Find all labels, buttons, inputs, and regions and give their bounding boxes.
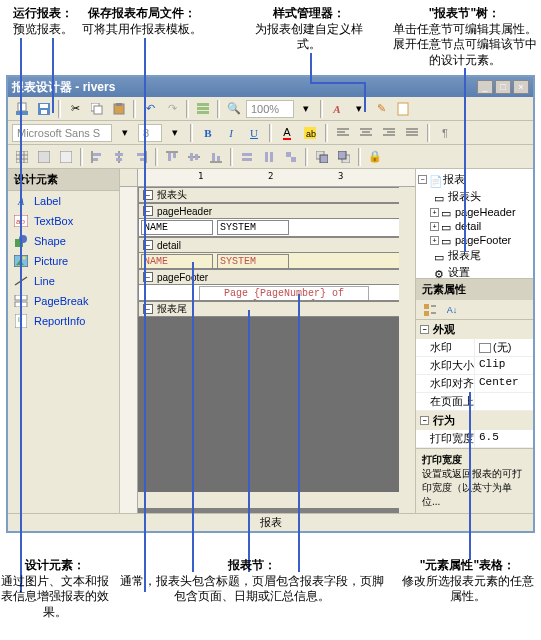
align-right-obj-button[interactable] [131,147,151,167]
expand-icon[interactable]: + [430,208,439,217]
styles-button[interactable]: ✎ [371,99,391,119]
categorized-button[interactable] [420,300,440,320]
scrollbar-horizontal[interactable] [138,492,415,508]
zoom-dropdown[interactable]: ▾ [296,99,316,119]
tool-picture[interactable]: Picture [8,251,119,271]
run-report-button[interactable] [12,99,32,119]
field-name-label[interactable]: NAME [141,220,213,235]
bring-front-button[interactable] [312,147,332,167]
align-bottom-obj-button[interactable] [206,147,226,167]
section-header-reporthead[interactable]: −报表头 [138,187,415,203]
paste-button[interactable] [109,99,129,119]
bg-button[interactable] [56,147,76,167]
same-size-button[interactable] [281,147,301,167]
section-header-reporttail[interactable]: −报表尾 [138,301,415,317]
detail-body[interactable]: NAME SYSTEM [138,253,415,269]
dropdown-icon[interactable]: ▾ [115,123,135,143]
tool-shape[interactable]: Shape [8,231,119,251]
svg-rect-57 [291,157,296,162]
font-color-button[interactable]: A [277,123,297,143]
tree-node-pagefooter[interactable]: +▭pageFooter [418,233,531,247]
tool-label[interactable]: ALabel [8,191,119,211]
copy-button[interactable] [87,99,107,119]
collapse-icon[interactable]: − [420,325,429,334]
prop-value[interactable]: Center [474,375,533,392]
tree-node-pageheader[interactable]: +▭pageHeader [418,205,531,219]
tree-node-reporttail[interactable]: ▭报表尾 [418,247,531,264]
field-name-textbox[interactable]: NAME [141,254,213,269]
tree-node-reporthead[interactable]: ▭报表头 [418,188,531,205]
highlight-button[interactable]: ab [300,123,320,143]
field-system-label[interactable]: SYSTEM [217,220,289,235]
send-back-button[interactable] [334,147,354,167]
collapse-icon[interactable]: − [420,416,429,425]
tool-line[interactable]: Line [8,271,119,291]
dropdown-icon[interactable]: ▾ [165,123,185,143]
prop-value[interactable]: 6.5 [474,430,533,447]
expand-icon[interactable]: + [430,222,439,231]
tool-textbox[interactable]: abTextBox [8,211,119,231]
maximize-button[interactable]: □ [495,80,511,94]
reorder-button[interactable] [193,99,213,119]
expand-icon[interactable]: + [430,236,439,245]
prop-watermark[interactable]: 水印(无) [416,339,533,357]
same-width-button[interactable] [237,147,257,167]
callout-sections: 报表节： 通常，报表头包含标题，页眉包含报表字段，页脚包含页面、日期或汇总信息。 [114,558,389,605]
zoom-combo[interactable]: 100% [246,100,294,118]
undo-button[interactable]: ↶ [140,99,160,119]
alphabetical-button[interactable]: A↓ [442,300,462,320]
separator [80,148,83,166]
align-left-button[interactable] [333,123,353,143]
tree-node-settings[interactable]: ⚙设置 [418,264,531,279]
minimize-button[interactable]: _ [477,80,493,94]
prop-watermark-size[interactable]: 水印大小Clip [416,357,533,375]
align-center-button[interactable] [356,123,376,143]
scrollbar-vertical[interactable] [399,187,415,513]
save-button[interactable] [34,99,54,119]
search-button[interactable]: 🔍 [224,99,244,119]
page-setup-button[interactable] [393,99,413,119]
page-expression[interactable]: Page {PageNumber} of {PageCount} [199,286,369,301]
rtl-button[interactable]: ¶ [435,123,455,143]
style-manager-button[interactable]: A [327,99,347,119]
section-header-pagefooter[interactable]: −pageFooter [138,269,415,285]
lock-button[interactable]: 🔒 [365,147,385,167]
pagefooter-body[interactable]: Page {PageNumber} of {PageCount} [138,285,415,301]
font-family-combo[interactable]: Microsoft Sans S [12,124,112,142]
prop-watermark-align[interactable]: 水印对齐Center [416,375,533,393]
align-center-obj-button[interactable] [109,147,129,167]
align-right-button[interactable] [379,123,399,143]
prop-print-width[interactable]: 打印宽度6.5 [416,430,533,448]
tree-node-detail[interactable]: +▭detail [418,219,531,233]
prop-value[interactable]: (无) [474,339,533,356]
redo-button[interactable]: ↷ [162,99,182,119]
same-height-button[interactable] [259,147,279,167]
props-category-behavior[interactable]: −行为 [416,411,533,430]
grid-button[interactable] [12,147,32,167]
props-category-appearance[interactable]: −外观 [416,320,533,339]
align-left-obj-button[interactable] [87,147,107,167]
align-top-obj-button[interactable] [162,147,182,167]
align-justify-button[interactable] [402,123,422,143]
section-header-pageheader[interactable]: −pageHeader [138,203,415,219]
field-system-textbox[interactable]: SYSTEM [217,254,289,269]
italic-button[interactable]: I [221,123,241,143]
snap-button[interactable] [34,147,54,167]
align-middle-obj-button[interactable] [184,147,204,167]
bold-button[interactable]: B [198,123,218,143]
pageheader-body[interactable]: NAME SYSTEM [138,219,415,237]
tool-reportinfo[interactable]: iReportInfo [8,311,119,331]
prop-on-front[interactable]: 在页面上 [416,393,533,411]
section-header-detail[interactable]: −detail [138,237,415,253]
tool-pagebreak[interactable]: PageBreak [8,291,119,311]
prop-value[interactable]: Clip [474,357,533,374]
close-button[interactable]: × [513,80,529,94]
font-size-combo[interactable]: 8 [138,124,162,142]
prop-value[interactable] [474,393,533,410]
collapse-icon[interactable]: − [418,175,427,184]
tree-root[interactable]: −📄报表 [418,171,531,188]
underline-button[interactable]: U [244,123,264,143]
dropdown-icon[interactable]: ▾ [349,99,369,119]
cut-button[interactable]: ✂ [65,99,85,119]
svg-rect-9 [197,103,209,106]
